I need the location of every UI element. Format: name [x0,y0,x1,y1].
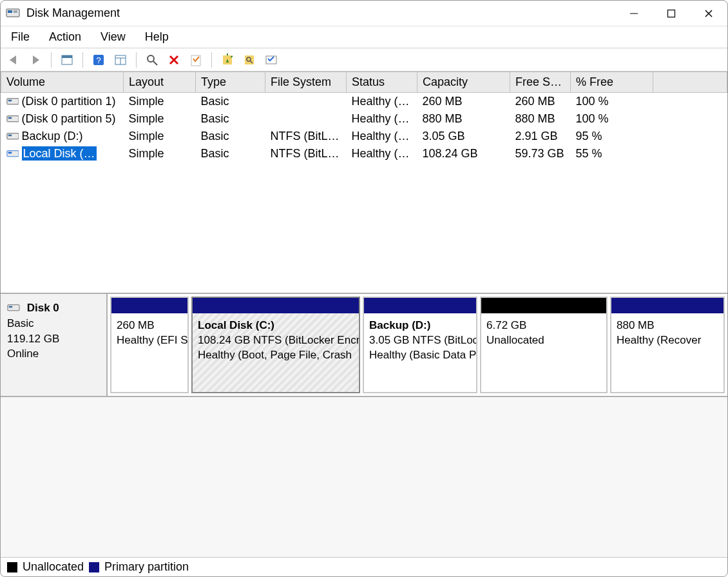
partition-size: 6.72 GB [486,318,601,333]
partition-status: Unallocated [486,333,601,348]
refresh-button[interactable] [144,52,160,68]
volume-fs: NTFS (BitLo… [265,128,347,145]
table-row[interactable]: (Disk 0 partition 1)SimpleBasicHealthy (… [1,93,727,110]
volume-layout: Simple [124,128,196,145]
svg-rect-8 [62,55,72,58]
svg-point-14 [148,55,154,62]
partition-block[interactable]: Local Disk (C:)108.24 GB NTFS (BitLocker… [191,297,360,393]
disk-type: Basic [7,316,100,331]
volume-icon [6,113,19,122]
show-hide-tree-button[interactable] [59,52,75,68]
menu-file[interactable]: File [11,30,30,44]
tool-sep [51,52,52,68]
title-bar: Disk Management [1,1,727,26]
tool-sep [136,52,137,68]
svg-rect-31 [8,152,11,154]
menu-action[interactable]: Action [49,30,81,44]
properties-button[interactable] [188,52,204,68]
volume-fs: NTFS (BitLo… [265,145,347,162]
delete-button[interactable] [166,52,182,68]
col-free[interactable]: Free Sp… [510,72,571,93]
col-spacer [653,72,727,93]
volume-name: (Disk 0 partition 5) [22,112,116,125]
svg-rect-29 [8,135,11,137]
tool-sep [211,52,212,68]
volume-free: 260 MB [510,93,571,110]
minimize-button[interactable] [615,1,653,26]
volume-capacity: 108.24 GB [417,145,510,162]
table-row[interactable]: Local Disk (…SimpleBasicNTFS (BitLo…Heal… [1,145,727,162]
partition-size: 880 MB [617,318,718,333]
bottom-pane [1,397,727,557]
tool-bar: ? [1,48,727,72]
volume-name: Local Disk (… [22,146,97,161]
volume-layout: Simple [124,93,196,110]
volume-list[interactable]: Volume Layout Type File System Status Ca… [1,72,727,294]
help-button[interactable]: ? [91,52,106,68]
col-layout[interactable]: Layout [124,72,196,93]
menu-help[interactable]: Help [145,30,169,44]
volume-type: Basic [196,128,265,145]
partition-status: Healthy (Recover [617,333,718,348]
partition-block[interactable]: 880 MBHealthy (Recover [610,297,725,393]
svg-text:?: ? [96,55,101,65]
volume-capacity: 260 MB [417,93,510,110]
legend-swatch-unallocated [7,562,17,572]
volume-pct: 100 % [571,93,653,110]
col-filesystem[interactable]: File System [265,72,347,93]
volume-status: Healthy (R… [347,110,417,128]
maximize-button[interactable] [653,1,690,26]
volume-status: Healthy (E… [347,93,417,110]
volume-type: Basic [196,145,265,162]
disk-partitions: 260 MBHealthy (EFI SLocal Disk (C:)108.2… [108,294,727,396]
volume-status: Healthy (B… [347,145,417,162]
volume-fs [265,93,347,110]
svg-rect-33 [9,306,12,308]
partition-size: 108.24 GB NTFS (BitLocker Encr [198,333,354,348]
volume-free: 59.73 GB [510,145,571,162]
table-row[interactable]: Backup (D:)SimpleBasicNTFS (BitLo…Health… [1,128,727,145]
col-pctfree[interactable]: % Free [571,72,653,93]
partition-band [611,298,723,313]
svg-rect-4 [668,10,675,17]
partition-block[interactable]: 260 MBHealthy (EFI S [110,297,189,393]
volume-pct: 100 % [571,110,653,128]
volume-type: Basic [196,110,265,128]
back-button[interactable] [6,52,21,68]
menu-view[interactable]: View [101,30,126,44]
volume-layout: Simple [124,145,196,162]
disk-map: Disk 0 Basic 119.12 GB Online 260 MBHeal… [1,294,727,397]
app-icon [6,8,20,19]
forward-button[interactable] [28,52,43,68]
col-capacity[interactable]: Capacity [417,72,510,93]
table-row[interactable]: (Disk 0 partition 5)SimpleBasicHealthy (… [1,110,727,128]
volume-icon [6,148,19,157]
volume-status: Healthy (B… [347,128,417,145]
volume-name: Backup (D:) [22,130,83,142]
partition-status: Healthy (Boot, Page File, Crash [198,348,354,363]
new-button[interactable] [220,52,235,68]
volume-capacity: 3.05 GB [417,128,510,145]
disk-label-panel[interactable]: Disk 0 Basic 119.12 GB Online [1,294,108,396]
volume-type: Basic [196,93,265,110]
disk-name: Disk 0 [27,302,59,314]
col-status[interactable]: Status [347,72,417,93]
show-actions-button[interactable] [113,52,128,68]
partition-band [364,298,476,313]
disk-size: 119.12 GB [7,331,100,347]
more-actions-button[interactable] [263,52,279,68]
volume-fs [265,110,347,128]
legend-primary: Primary partition [104,560,189,574]
col-type[interactable]: Type [196,72,265,93]
volume-capacity: 880 MB [417,110,510,128]
partition-title: Backup (D:) [369,318,471,333]
partition-block[interactable]: 6.72 GBUnallocated [480,297,608,393]
close-button[interactable] [690,1,727,26]
search-action-button[interactable] [242,52,257,68]
partition-block[interactable]: Backup (D:)3.05 GB NTFS (BitLocHealthy (… [363,297,477,393]
partition-band [481,298,606,313]
col-volume[interactable]: Volume [1,72,124,93]
partition-band [111,298,187,313]
partition-size: 260 MB [117,318,182,333]
volume-layout: Simple [124,110,196,128]
